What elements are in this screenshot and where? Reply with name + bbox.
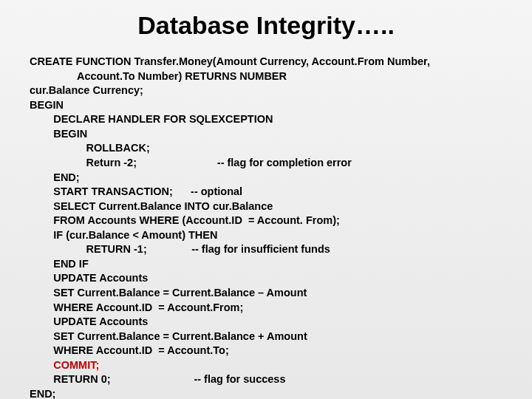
code-line: UPDATE Accounts [30, 316, 148, 327]
code-line: BEGIN [30, 99, 64, 111]
code-line: DECLARE HANDLER FOR SQLEXCEPTION [30, 113, 273, 125]
code-line: START TRANSACTION; [30, 185, 173, 197]
code-line: WHERE Account.ID = Account.To; [30, 344, 229, 356]
code-line: CREATE FUNCTION Transfer.Money(Amount Cu… [30, 55, 430, 67]
code-commit: COMMIT; [30, 359, 99, 371]
code-line: Account.To Number) RETURNS NUMBER [30, 70, 287, 82]
code-comment: -- flag for success [194, 373, 285, 385]
code-line: BEGIN [30, 128, 87, 140]
code-line: Return -2; [30, 157, 137, 168]
code-line: FROM Accounts WHERE (Account.ID = Accoun… [30, 214, 340, 226]
slide: Database Integrity….. CREATE FUNCTION Tr… [0, 0, 532, 399]
code-comment: -- flag for completion error [217, 157, 352, 168]
code-line: SET Current.Balance = Current.Balance + … [30, 330, 307, 342]
code-block: CREATE FUNCTION Transfer.Money(Amount Cu… [30, 55, 502, 399]
code-line: RETURN -1; [30, 243, 147, 255]
code-line: SET Current.Balance = Current.Balance – … [30, 287, 307, 299]
code-line: WHERE Account.ID = Account.From; [30, 301, 243, 313]
code-line: END; [30, 388, 55, 399]
code-comment: -- flag for insufficient funds [191, 243, 330, 255]
code-line: ROLLBACK; [30, 142, 150, 154]
code-line: SELECT Current.Balance INTO cur.Balance [30, 200, 273, 212]
code-line: RETURN 0; [30, 373, 111, 385]
code-line: END IF [30, 258, 89, 270]
code-line: UPDATE Accounts [30, 272, 148, 284]
code-line: END; [30, 171, 80, 183]
code-comment: -- optional [191, 185, 242, 197]
code-line: IF (cur.Balance < Amount) THEN [30, 229, 217, 241]
code-line: cur.Balance Currency; [30, 84, 143, 96]
slide-title: Database Integrity….. [30, 11, 502, 40]
